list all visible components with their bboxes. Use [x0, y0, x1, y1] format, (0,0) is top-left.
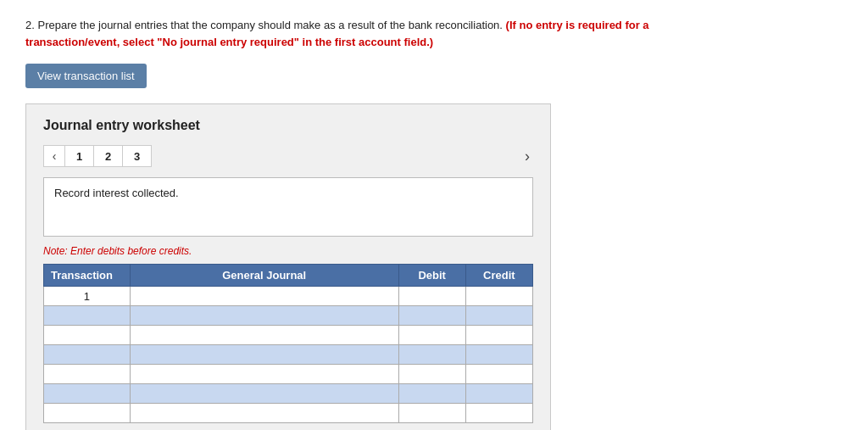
debit-cell[interactable]	[398, 306, 465, 326]
general-journal-input[interactable]	[134, 405, 395, 421]
pagination: ‹ 1 2 3 ›	[43, 145, 533, 167]
transaction-cell	[44, 326, 131, 345]
credit-cell[interactable]	[465, 384, 532, 404]
general-journal-cell[interactable]	[130, 345, 398, 365]
table-row	[44, 345, 533, 365]
transaction-cell	[44, 365, 131, 384]
debit-input[interactable]	[403, 288, 462, 304]
credit-input[interactable]	[470, 386, 529, 401]
general-journal-cell[interactable]	[130, 326, 398, 345]
credit-cell[interactable]	[465, 345, 532, 365]
credit-input[interactable]	[470, 347, 529, 362]
general-journal-cell[interactable]	[130, 287, 398, 306]
table-row	[44, 365, 533, 384]
debit-input[interactable]	[403, 347, 462, 362]
credit-input[interactable]	[470, 308, 529, 323]
debit-input[interactable]	[403, 308, 462, 323]
prev-page-button[interactable]: ‹	[43, 145, 65, 167]
description-text: Record interest collected.	[54, 187, 179, 199]
worksheet-container: Journal entry worksheet ‹ 1 2 3 › Record…	[25, 103, 551, 430]
transaction-cell: 1	[44, 287, 131, 306]
general-journal-input[interactable]	[134, 347, 395, 362]
debit-cell[interactable]	[398, 365, 465, 384]
col-header-transaction: Transaction	[44, 265, 131, 287]
page-2[interactable]: 2	[94, 145, 123, 167]
table-row	[44, 306, 533, 326]
debit-cell[interactable]	[398, 326, 465, 345]
table-row: 1	[44, 287, 533, 306]
instruction-body: Prepare the journal entries that the com…	[37, 19, 505, 31]
view-transaction-button[interactable]: View transaction list	[25, 64, 147, 88]
transaction-cell	[44, 306, 131, 326]
debit-cell[interactable]	[398, 287, 465, 306]
general-journal-cell[interactable]	[130, 384, 398, 404]
instruction-number: 2.	[25, 19, 35, 31]
journal-table: Transaction General Journal Debit Credit…	[43, 264, 533, 423]
general-journal-input[interactable]	[134, 308, 395, 323]
table-row	[44, 404, 533, 423]
credit-input[interactable]	[470, 366, 529, 382]
debit-cell[interactable]	[398, 345, 465, 365]
debit-input[interactable]	[403, 366, 462, 382]
instructions-text: 2. Prepare the journal entries that the …	[25, 17, 687, 50]
debit-input[interactable]	[403, 405, 462, 421]
credit-cell[interactable]	[465, 365, 532, 384]
general-journal-cell[interactable]	[130, 365, 398, 384]
credit-cell[interactable]	[465, 326, 532, 345]
credit-input[interactable]	[470, 288, 529, 304]
col-header-credit: Credit	[465, 265, 532, 287]
credit-cell[interactable]	[465, 404, 532, 423]
general-journal-input[interactable]	[134, 288, 395, 304]
table-row	[44, 384, 533, 404]
col-header-general-journal: General Journal	[130, 265, 398, 287]
page-3[interactable]: 3	[123, 145, 152, 167]
credit-cell[interactable]	[465, 287, 532, 306]
credit-input[interactable]	[470, 327, 529, 343]
general-journal-input[interactable]	[134, 386, 395, 401]
general-journal-input[interactable]	[134, 366, 395, 382]
general-journal-cell[interactable]	[130, 404, 398, 423]
transaction-cell	[44, 404, 131, 423]
description-box: Record interest collected.	[43, 177, 533, 237]
general-journal-cell[interactable]	[130, 306, 398, 326]
col-header-debit: Debit	[398, 265, 465, 287]
credit-cell[interactable]	[465, 306, 532, 326]
table-row	[44, 326, 533, 345]
debit-cell[interactable]	[398, 404, 465, 423]
credit-input[interactable]	[470, 405, 529, 421]
worksheet-title: Journal entry worksheet	[43, 118, 533, 133]
debit-input[interactable]	[403, 386, 462, 401]
debit-cell[interactable]	[398, 384, 465, 404]
transaction-cell	[44, 384, 131, 404]
page-1[interactable]: 1	[65, 145, 94, 167]
general-journal-input[interactable]	[134, 327, 395, 343]
note-text: Note: Enter debits before credits.	[43, 245, 533, 257]
transaction-cell	[44, 345, 131, 365]
debit-input[interactable]	[403, 327, 462, 343]
next-page-button[interactable]: ›	[521, 148, 533, 165]
